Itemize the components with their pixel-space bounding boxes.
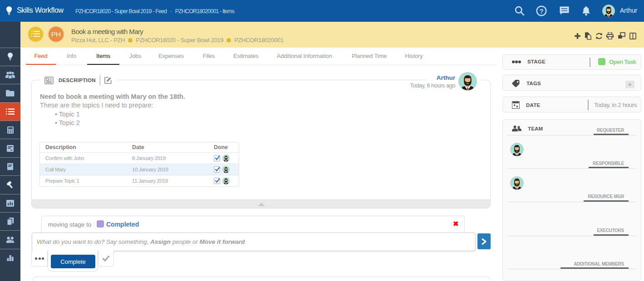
svg-text:?: ? (539, 7, 543, 15)
